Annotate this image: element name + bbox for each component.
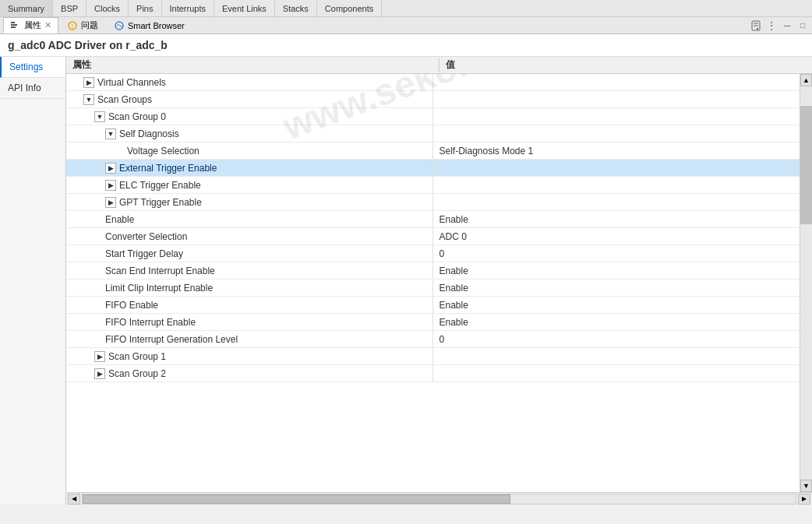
prop-name-converter-selection: Converter Selection bbox=[66, 228, 433, 244]
table-row[interactable]: Converter Selection ADC 0 bbox=[66, 228, 800, 245]
prop-value-enable: Enable bbox=[433, 211, 800, 227]
tab-properties-label: 属性 bbox=[24, 19, 41, 31]
svg-text:!: ! bbox=[72, 23, 74, 30]
table-row[interactable]: ▼ Scan Group 0 bbox=[66, 108, 800, 125]
panel-header: 属性 ✕ ! 问题 Smart Browser ⋮ ─ □ bbox=[0, 17, 812, 34]
prop-value-scan-group-0 bbox=[433, 108, 800, 125]
prop-name-enable: Enable bbox=[66, 211, 433, 227]
table-row[interactable]: ▶ Scan Group 2 bbox=[66, 365, 800, 382]
prop-value-converter-selection: ADC 0 bbox=[433, 228, 800, 244]
top-tab-pins[interactable]: Pins bbox=[129, 0, 161, 16]
prop-value-external-trigger bbox=[433, 160, 800, 176]
expand-gpt-trigger[interactable]: ▶ bbox=[105, 197, 116, 208]
properties-icon bbox=[10, 20, 21, 31]
prop-value-scan-group-1 bbox=[433, 348, 800, 364]
property-panel: 属性 值 www.sekorm.com ▶ Virtual Channels bbox=[66, 57, 812, 505]
top-tab-interrupts[interactable]: Interrupts bbox=[162, 0, 214, 16]
top-tab-stacks[interactable]: Stacks bbox=[275, 0, 317, 16]
table-row[interactable]: ▶ ELC Trigger Enable bbox=[66, 177, 800, 194]
expand-external-trigger[interactable]: ▶ bbox=[105, 163, 116, 174]
prop-value-start-trigger-delay: 0 bbox=[433, 245, 800, 262]
expand-scan-group-2[interactable]: ▶ bbox=[94, 368, 105, 379]
browser-icon bbox=[114, 20, 125, 31]
expand-scan-group-1[interactable]: ▶ bbox=[94, 351, 105, 362]
tab-smart-browser-label: Smart Browser bbox=[128, 21, 185, 30]
expand-elc-trigger[interactable]: ▶ bbox=[105, 180, 116, 191]
sidebar-item-settings[interactable]: Settings bbox=[0, 57, 65, 78]
scroll-down-button[interactable]: ▼ bbox=[800, 480, 812, 492]
svg-point-5 bbox=[115, 22, 123, 30]
table-row[interactable]: Voltage Selection Self-Diagnosis Mode 1 bbox=[66, 142, 800, 160]
table-row[interactable]: ▼ Scan Groups bbox=[66, 91, 800, 108]
prop-name-scan-group-1: ▶ Scan Group 1 bbox=[66, 348, 433, 364]
horizontal-scrollbar[interactable]: ◀ ▶ bbox=[66, 492, 812, 505]
tab-properties[interactable]: 属性 ✕ bbox=[3, 17, 58, 33]
scroll-up-button[interactable]: ▲ bbox=[800, 74, 812, 86]
h-scroll-thumb[interactable] bbox=[83, 494, 510, 504]
table-row[interactable]: ▶ External Trigger Enable bbox=[66, 160, 800, 177]
h-scroll-track[interactable] bbox=[82, 494, 796, 505]
svg-rect-2 bbox=[11, 26, 16, 28]
prop-name-virtual-channels: ▶ Virtual Channels bbox=[66, 74, 433, 90]
top-tab-summary[interactable]: Summary bbox=[0, 0, 53, 16]
tab-issues[interactable]: ! 问题 bbox=[60, 17, 105, 33]
scroll-right-button[interactable]: ▶ bbox=[798, 494, 810, 505]
property-table-body[interactable]: www.sekorm.com ▶ Virtual Channels ▼ Scan… bbox=[66, 74, 800, 492]
table-row[interactable]: ▶ Scan Group 1 bbox=[66, 348, 800, 365]
table-row[interactable]: ▶ Virtual Channels bbox=[66, 74, 800, 91]
maximize-button[interactable]: □ bbox=[796, 19, 809, 32]
prop-name-scan-group-2: ▶ Scan Group 2 bbox=[66, 365, 433, 382]
sidebar-item-api-info[interactable]: API Info bbox=[0, 78, 65, 99]
export-button[interactable] bbox=[750, 19, 762, 32]
top-tab-bsp[interactable]: BSP bbox=[53, 0, 86, 16]
table-row[interactable]: FIFO Enable Enable bbox=[66, 297, 800, 314]
prop-value-voltage-selection: Self-Diagnosis Mode 1 bbox=[433, 142, 800, 159]
expand-scan-group-0[interactable]: ▼ bbox=[94, 111, 105, 122]
top-tab-clocks[interactable]: Clocks bbox=[86, 0, 129, 16]
prop-name-scan-end-interrupt: Scan End Interrupt Enable bbox=[66, 262, 433, 279]
scroll-track[interactable] bbox=[800, 86, 812, 480]
expand-scan-groups[interactable]: ▼ bbox=[83, 94, 94, 105]
prop-name-scan-group-0: ▼ Scan Group 0 bbox=[66, 108, 433, 125]
expand-self-diagnosis[interactable]: ▼ bbox=[105, 128, 116, 139]
prop-value-gpt-trigger bbox=[433, 194, 800, 210]
minimize-button[interactable]: ─ bbox=[781, 19, 793, 32]
prop-name-self-diagnosis: ▼ Self Diagnosis bbox=[66, 125, 433, 142]
table-row[interactable]: Scan End Interrupt Enable Enable bbox=[66, 262, 800, 280]
table-row[interactable]: FIFO Interrupt Generation Level 0 bbox=[66, 331, 800, 348]
main-layout: Settings API Info 属性 值 www.sekorm.com bbox=[0, 57, 812, 505]
table-row[interactable]: Start Trigger Delay 0 bbox=[66, 245, 800, 262]
more-button[interactable]: ⋮ bbox=[765, 19, 778, 32]
col-header-name: 属性 bbox=[66, 58, 440, 72]
prop-name-fifo-interrupt-level: FIFO Interrupt Generation Level bbox=[66, 331, 433, 347]
table-row[interactable]: ▼ Self Diagnosis bbox=[66, 125, 800, 142]
top-nav-tabs: SummaryBSPClocksPinsInterruptsEvent Link… bbox=[0, 0, 812, 17]
scroll-left-button[interactable]: ◀ bbox=[68, 494, 80, 505]
tab-smart-browser[interactable]: Smart Browser bbox=[107, 18, 192, 33]
prop-value-limit-clip-interrupt: Enable bbox=[433, 280, 800, 296]
col-header-value: 值 bbox=[440, 58, 813, 72]
expand-virtual-channels[interactable]: ▶ bbox=[83, 77, 94, 88]
prop-value-fifo-interrupt-level: 0 bbox=[433, 331, 800, 347]
prop-name-gpt-trigger: ▶ GPT Trigger Enable bbox=[66, 194, 433, 210]
prop-value-scan-groups bbox=[433, 91, 800, 107]
prop-value-scan-end-interrupt: Enable bbox=[433, 262, 800, 279]
prop-value-scan-group-2 bbox=[433, 365, 800, 382]
prop-value-fifo-interrupt-enable: Enable bbox=[433, 314, 800, 330]
vertical-scrollbar[interactable]: ▲ ▼ bbox=[800, 74, 812, 492]
prop-name-scan-groups: ▼ Scan Groups bbox=[66, 91, 433, 107]
left-sidebar: Settings API Info bbox=[0, 57, 66, 505]
tab-issues-label: 问题 bbox=[81, 19, 98, 31]
table-row[interactable]: Limit Clip Interrupt Enable Enable bbox=[66, 280, 800, 297]
table-row[interactable]: Enable Enable bbox=[66, 211, 800, 228]
top-tab-components[interactable]: Components bbox=[317, 0, 382, 16]
table-row[interactable]: FIFO Interrupt Enable Enable bbox=[66, 314, 800, 331]
scroll-thumb[interactable] bbox=[800, 106, 812, 224]
issues-icon: ! bbox=[67, 20, 78, 31]
prop-value-elc-trigger bbox=[433, 177, 800, 193]
tab-close-icon[interactable]: ✕ bbox=[44, 20, 51, 30]
prop-value-self-diagnosis bbox=[433, 125, 800, 142]
table-container: www.sekorm.com ▶ Virtual Channels ▼ Scan… bbox=[66, 74, 812, 492]
top-tab-event-links[interactable]: Event Links bbox=[214, 0, 275, 16]
table-row[interactable]: ▶ GPT Trigger Enable bbox=[66, 194, 800, 211]
